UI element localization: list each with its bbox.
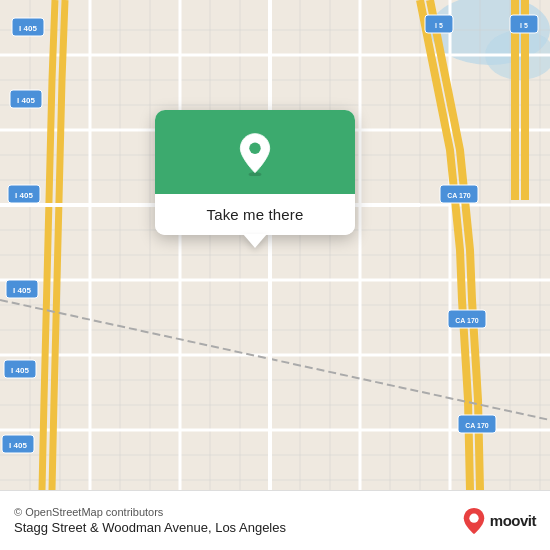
svg-text:I 405: I 405 [9, 441, 27, 450]
location-pin-icon [233, 132, 277, 176]
svg-text:I 5: I 5 [520, 22, 528, 29]
map-container: I 405 I 405 I 405 I 405 I 405 I 405 I 5 … [0, 0, 550, 490]
svg-text:I 405: I 405 [19, 24, 37, 33]
map-svg: I 405 I 405 I 405 I 405 I 405 I 405 I 5 … [0, 0, 550, 490]
moovit-pin-icon [462, 507, 486, 535]
take-me-there-button[interactable]: Take me there [155, 194, 355, 235]
svg-point-82 [469, 513, 478, 522]
bottom-bar: © OpenStreetMap contributors Stagg Stree… [0, 490, 550, 550]
svg-text:CA 170: CA 170 [447, 192, 471, 199]
svg-text:I 405: I 405 [11, 366, 29, 375]
popup-tail [243, 234, 267, 248]
svg-text:CA 170: CA 170 [465, 422, 489, 429]
moovit-text: moovit [490, 512, 536, 529]
osm-attribution: © OpenStreetMap contributors [14, 506, 454, 518]
svg-text:I 405: I 405 [13, 286, 31, 295]
moovit-logo: moovit [462, 507, 536, 535]
svg-text:I 5: I 5 [435, 22, 443, 29]
popup-card: Take me there [155, 110, 355, 235]
svg-point-81 [249, 143, 260, 154]
svg-text:I 405: I 405 [15, 191, 33, 200]
location-name: Stagg Street & Woodman Avenue, Los Angel… [14, 520, 454, 535]
svg-text:CA 170: CA 170 [455, 317, 479, 324]
svg-text:I 405: I 405 [17, 96, 35, 105]
popup-green-area [155, 110, 355, 194]
